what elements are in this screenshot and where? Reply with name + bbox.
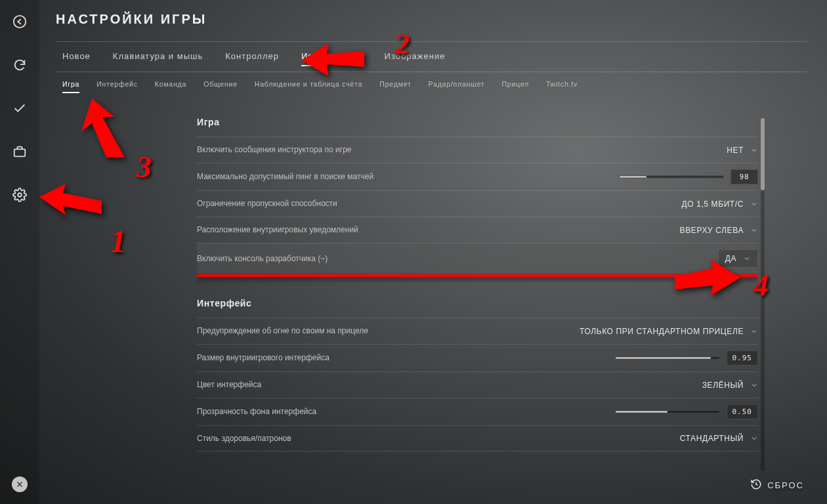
reset-button[interactable]: СБРОС <box>750 478 804 492</box>
dropdown-value: ТОЛЬКО ПРИ СТАНДАРТНОМ ПРИЦЕЛЕ <box>580 327 744 336</box>
dropdown-value: ВВЕРХУ СЛЕВА <box>680 226 744 235</box>
dropdown-value: ЗЕЛЁНЫЙ <box>702 381 744 390</box>
svg-marker-6 <box>675 259 740 296</box>
scrollbar-thumb[interactable] <box>761 118 765 190</box>
gear-icon[interactable] <box>12 188 27 205</box>
chevron-down-icon <box>743 255 751 262</box>
row-health-style: Стиль здоровья/патронов СТАНДАРТНЫЙ <box>197 425 758 452</box>
label: Максимально допустимый пинг в поиске мат… <box>197 171 373 182</box>
annotation-arrow-1 <box>39 184 102 230</box>
back-icon[interactable] <box>12 14 27 32</box>
slider-hud-scale[interactable] <box>615 356 720 360</box>
dropdown-value: ДО 1,5 МБИТ/С <box>682 200 744 209</box>
secondary-tabs: Игра Интерфейс Команда Общение Наблюдени… <box>56 72 807 97</box>
label: Ограничение пропускной способности <box>197 198 337 209</box>
subtab-radar[interactable]: Радар/планшет <box>429 80 485 92</box>
row-friendly-fire-warning: Предупреждение об огне по своим на прице… <box>197 318 758 344</box>
dropdown-friendly-fire[interactable]: ТОЛЬКО ПРИ СТАНДАРТНОМ ПРИЦЕЛЕ <box>580 327 758 336</box>
tab-new[interactable]: Новое <box>62 51 91 65</box>
label: Включить сообщения инструктора по игре <box>197 144 352 156</box>
dropdown-value: СТАНДАРТНЫЙ <box>680 434 744 443</box>
value-max-ping[interactable]: 98 <box>731 169 758 184</box>
section-title-interface: Интерфейс <box>197 298 758 308</box>
value-hud-scale[interactable]: 0.95 <box>727 350 759 366</box>
tab-video[interactable]: Изображение <box>385 51 446 65</box>
settings-panel: Игра Включить сообщения инструктора по и… <box>197 105 758 478</box>
briefcase-icon[interactable] <box>12 144 27 161</box>
check-icon[interactable] <box>12 101 27 118</box>
label: Расположение внутриигровых уведомлений <box>197 224 358 236</box>
row-bandwidth-limit: Ограничение пропускной способности ДО 1,… <box>197 190 758 217</box>
row-hud-alpha: Прозрачность фона интерфейса 0.50 <box>197 398 758 425</box>
chevron-down-icon <box>750 200 758 208</box>
subtab-item[interactable]: Предмет <box>379 80 411 92</box>
subtab-game[interactable]: Игра <box>62 80 79 92</box>
row-hud-scale: Размер внутриигрового интерфейса 0.95 <box>197 344 758 371</box>
subtab-twitch[interactable]: Twitch.tv <box>546 80 578 92</box>
subtab-communication[interactable]: Общение <box>203 80 238 92</box>
svg-point-0 <box>14 16 26 28</box>
annotation-number-4: 4 <box>753 268 769 303</box>
tab-keyboard-mouse[interactable]: Клавиатура и мышь <box>113 51 203 65</box>
svg-marker-5 <box>81 98 125 158</box>
chevron-down-icon <box>750 434 758 442</box>
chevron-down-icon <box>750 226 758 234</box>
annotation-underline <box>197 274 758 277</box>
svg-point-2 <box>18 193 22 197</box>
value-hud-alpha[interactable]: 0.50 <box>727 404 759 419</box>
subtab-interface[interactable]: Интерфейс <box>96 80 138 92</box>
annotation-number-2: 2 <box>395 28 410 61</box>
svg-marker-3 <box>39 184 102 215</box>
dropdown-notif-pos[interactable]: ВВЕРХУ СЛЕВА <box>680 226 758 235</box>
label: Прозрачность фона интерфейса <box>197 406 316 417</box>
dropdown-hud-color[interactable]: ЗЕЛЁНЫЙ <box>702 381 758 390</box>
reset-label: СБРОС <box>767 480 804 490</box>
dropdown-bandwidth[interactable]: ДО 1,5 МБИТ/С <box>682 200 758 209</box>
chevron-down-icon <box>750 381 758 389</box>
svg-rect-1 <box>14 149 26 156</box>
row-hud-color: Цвет интерфейса ЗЕЛЁНЫЙ <box>197 371 758 398</box>
page-title: НАСТРОЙКИ ИГРЫ <box>56 12 807 27</box>
slider-hud-alpha[interactable] <box>615 410 720 413</box>
section-title-game: Игра <box>197 117 758 127</box>
dropdown-value: НЕТ <box>727 146 744 155</box>
chevron-down-icon <box>750 327 758 335</box>
label: Стиль здоровья/патронов <box>197 433 291 444</box>
row-instructor-messages: Включить сообщения инструктора по игре Н… <box>197 136 758 163</box>
left-icon-rail <box>0 0 39 504</box>
svg-marker-4 <box>302 43 364 76</box>
slider-max-ping[interactable] <box>619 175 724 178</box>
row-developer-console: Включить консоль разработчика (~) ДА <box>197 243 758 274</box>
row-max-ping: Максимально допустимый пинг в поиске мат… <box>197 163 758 190</box>
row-notification-position: Расположение внутриигровых уведомлений В… <box>197 217 758 243</box>
annotation-number-3: 3 <box>137 150 152 184</box>
annotation-arrow-3 <box>72 98 125 158</box>
label: Цвет интерфейса <box>197 379 261 390</box>
tab-controller[interactable]: Контроллер <box>225 51 279 65</box>
subtab-team[interactable]: Команда <box>155 80 186 92</box>
subtab-crosshair[interactable]: Прицел <box>501 80 529 92</box>
chevron-down-icon <box>750 146 758 154</box>
label: Включить консоль разработчика (~) <box>197 253 328 264</box>
history-icon <box>750 478 762 492</box>
label: Размер внутриигрового интерфейса <box>197 352 329 364</box>
annotation-arrow-2 <box>302 41 364 85</box>
refresh-icon[interactable] <box>12 58 27 75</box>
annotation-arrow-4 <box>675 259 740 305</box>
dropdown-health-style[interactable]: СТАНДАРТНЫЙ <box>680 434 758 443</box>
close-icon[interactable] <box>12 476 28 492</box>
annotation-number-1: 1 <box>110 223 126 259</box>
primary-tabs: Новое Клавиатура и мышь Контроллер Игра … <box>56 42 807 72</box>
dropdown-instructor[interactable]: НЕТ <box>727 146 758 155</box>
label: Предупреждение об огне по своим на прице… <box>197 326 368 337</box>
